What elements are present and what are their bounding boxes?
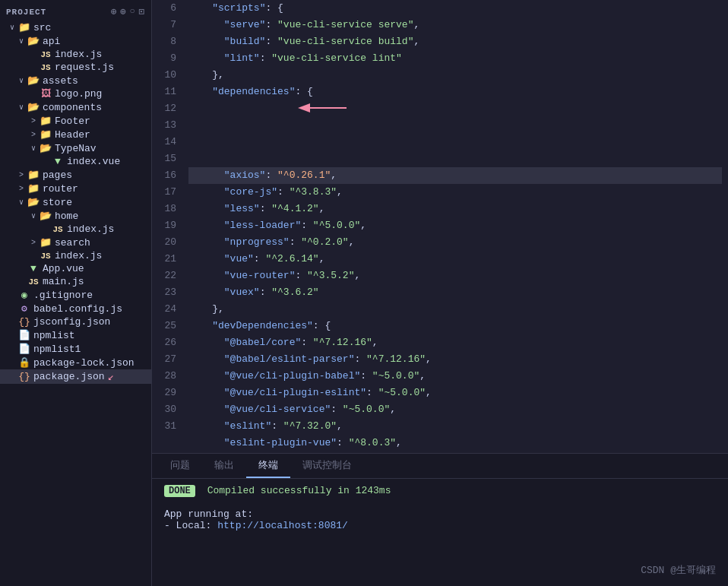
- code-line: "build": "vue-cli-service build",: [188, 33, 722, 50]
- sidebar-item-header[interactable]: > 📁 Header: [0, 128, 151, 141]
- folder-open-icon: 📂: [40, 210, 52, 222]
- folder-icon: 📁: [40, 236, 52, 249]
- js-file-icon: JS: [27, 276, 40, 287]
- code-line: "@vue/cli-plugin-eslint": "~5.0.0",: [188, 385, 722, 401]
- code-line: "lint": "vue-cli-service lint": [188, 50, 722, 67]
- sidebar-item-typenav[interactable]: ∨ 📂 TypeNav: [0, 141, 151, 155]
- code-line-axios: "axios": "^0.26.1",: [188, 167, 722, 184]
- tab-terminal[interactable]: 终端: [246, 454, 290, 478]
- code-line: "vue": "^2.6.14",: [188, 251, 722, 268]
- code-line: "nprogress": "^0.2.0",: [188, 234, 722, 251]
- code-area[interactable]: "scripts": { "serve": "vue-cli-service s…: [182, 0, 728, 453]
- folder-open-icon: 📁: [18, 21, 30, 33]
- sidebar-item-package-json[interactable]: {} package.json ↙: [0, 369, 151, 384]
- arrow-icon: >: [15, 185, 27, 193]
- code-line: "vuex": "^3.6.2": [188, 284, 722, 301]
- local-url[interactable]: http://localhost:8081/: [217, 520, 348, 531]
- folder-open-icon: 📂: [27, 101, 40, 113]
- editor-area: 6 7 8 9 10 11 12 13 14 15 16 17 18 19 20…: [152, 0, 728, 586]
- sidebar-item-api-index-js[interactable]: JS index.js: [0, 48, 151, 61]
- code-line: "devDependencies": {: [188, 318, 722, 334]
- code-line: "scripts": {: [188, 0, 722, 17]
- vue-file-icon: ▼: [52, 156, 64, 167]
- arrow-icon: >: [15, 171, 27, 179]
- sidebar-item-components[interactable]: ∨ 📂 components: [0, 100, 151, 114]
- code-line: "eslint-plugin-vue": "^8.0.3",: [188, 435, 722, 451]
- folder-icon: 📁: [40, 115, 52, 127]
- folder-icon: 📁: [27, 169, 40, 181]
- folder-open-icon: 📂: [40, 142, 52, 154]
- sidebar-item-request-js[interactable]: JS request.js: [0, 61, 151, 74]
- vue-file-icon: ▼: [27, 263, 40, 274]
- json-icon: {}: [18, 316, 30, 328]
- sidebar-item-search[interactable]: > 📁 search: [0, 236, 151, 249]
- sidebar-item-assets[interactable]: ∨ 📂 assets: [0, 74, 151, 87]
- terminal-tabs: 问题 输出 终端 调试控制台: [152, 454, 728, 479]
- code-line: "@vue/cli-service": "~5.0.0",: [188, 401, 722, 418]
- file-icon: 📄: [18, 343, 30, 355]
- sidebar-item-home[interactable]: ∨ 📂 home: [0, 209, 151, 223]
- code-line: "serve": "vue-cli-service serve",: [188, 17, 722, 33]
- sidebar-item-footer[interactable]: > 📁 Footer: [0, 114, 151, 128]
- sidebar-header-icons: ⊕ ⊕ ○ ⊡: [111, 6, 145, 17]
- arrow-icon: >: [27, 131, 40, 139]
- code-line: "vue-template-compiler": "^2.6.14": [188, 451, 722, 453]
- code-line: "dependencies": {: [188, 84, 722, 167]
- new-folder-icon[interactable]: ⊕: [120, 6, 126, 17]
- sidebar-item-store-index-js[interactable]: JS index.js: [0, 249, 151, 262]
- collapse-icon[interactable]: ⊡: [139, 6, 145, 17]
- sidebar-item-app-vue[interactable]: ▼ App.vue: [0, 262, 151, 275]
- code-line: "less": "^4.1.2",: [188, 201, 722, 217]
- sidebar-item-package-lock-json[interactable]: 🔒 package-lock.json: [0, 356, 151, 369]
- code-line: "less-loader": "^5.0.0",: [188, 217, 722, 234]
- folder-icon: 📁: [27, 182, 40, 195]
- code-line: },: [188, 67, 722, 84]
- sidebar-item-typenav-index-vue[interactable]: ▼ index.vue: [0, 155, 151, 168]
- arrow-icon: ∨: [27, 211, 40, 220]
- folder-icon: 📁: [40, 128, 52, 141]
- sidebar-item-src[interactable]: ∨ 📁 src: [0, 21, 151, 34]
- arrow-icon: ∨: [27, 144, 40, 153]
- arrow-annotation: ↙: [108, 370, 114, 383]
- tab-issues[interactable]: 问题: [158, 454, 202, 478]
- sidebar-item-store[interactable]: ∨ 📂 store: [0, 195, 151, 209]
- sidebar-header: PROJECT ⊕ ⊕ ○ ⊡: [0, 3, 151, 21]
- sidebar-item-logo-png[interactable]: 🖼 logo.png: [0, 87, 151, 100]
- arrow-icon: ∨: [15, 103, 27, 112]
- tab-debug[interactable]: 调试控制台: [290, 454, 364, 478]
- js-file-icon: JS: [52, 223, 64, 235]
- sidebar-item-main-js[interactable]: JS main.js: [0, 275, 151, 288]
- sidebar-item-jsconfig-json[interactable]: {} jsconfig.json: [0, 315, 151, 328]
- success-message: Compiled successfully in 1243ms: [207, 485, 391, 496]
- arrow-icon: >: [27, 239, 40, 247]
- code-line: "@babel/eslint-parser": "^7.12.16",: [188, 351, 722, 368]
- terminal-body-wrapper: DONE Compiled successfully in 1243ms App…: [152, 479, 728, 586]
- sidebar-item-router[interactable]: > 📁 router: [0, 182, 151, 195]
- lock-icon: 🔒: [18, 356, 30, 369]
- sidebar-item-npmlist[interactable]: 📄 npmlist: [0, 328, 151, 342]
- tab-output[interactable]: 输出: [202, 454, 246, 478]
- config-icon: ⚙: [18, 303, 30, 315]
- code-line: "eslint": "^7.32.0",: [188, 418, 722, 435]
- code-line: "vue-router": "^3.5.2",: [188, 268, 722, 284]
- image-file-icon: 🖼: [40, 88, 52, 100]
- arrow-icon: ∨: [6, 23, 18, 32]
- sidebar-item-babel-config[interactable]: ⚙ babel.config.js: [0, 302, 151, 315]
- sidebar-item-api[interactable]: ∨ 📂 api: [0, 34, 151, 48]
- refresh-icon[interactable]: ○: [130, 6, 136, 17]
- done-badge: DONE: [164, 485, 195, 497]
- json-icon: {}: [18, 371, 30, 382]
- code-line: "@vue/cli-plugin-babel": "~5.0.0",: [188, 368, 722, 385]
- new-file-icon[interactable]: ⊕: [111, 6, 117, 17]
- js-file-icon: JS: [40, 250, 52, 261]
- local-label: - Local:: [164, 520, 211, 531]
- arrow-icon: >: [27, 117, 40, 125]
- sidebar-item-pages[interactable]: > 📁 pages: [0, 168, 151, 182]
- sidebar-item-home-index-js[interactable]: JS index.js: [0, 223, 151, 236]
- code-line: },: [188, 301, 722, 318]
- code-line: "@babel/core": "^7.12.16",: [188, 334, 722, 351]
- sidebar-item-gitignore[interactable]: ◉ .gitignore: [0, 288, 151, 302]
- sidebar-item-npmlist1[interactable]: 📄 npmlist1: [0, 342, 151, 356]
- terminal-line-app: App running at:: [164, 508, 716, 520]
- editor-content: 6 7 8 9 10 11 12 13 14 15 16 17 18 19 20…: [152, 0, 728, 453]
